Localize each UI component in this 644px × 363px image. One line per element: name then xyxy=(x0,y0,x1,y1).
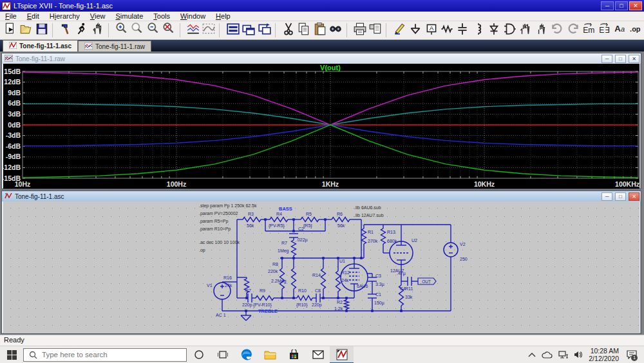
schematic-label: .op xyxy=(199,248,205,253)
mirror-button[interactable]: Em xyxy=(581,23,596,39)
svg-text:6dB: 6dB xyxy=(8,99,21,107)
open-button[interactable] xyxy=(18,23,33,39)
resistor-button[interactable] xyxy=(439,23,455,39)
schematic-label: C3 xyxy=(375,274,381,278)
run-button[interactable] xyxy=(74,23,90,39)
find-icon xyxy=(328,22,343,39)
control-panel-icon xyxy=(59,22,73,39)
taskbar-mail-button[interactable] xyxy=(306,346,330,363)
halt-button[interactable] xyxy=(90,23,105,39)
system-tray: 10:28 AM 2/12/2020 1 xyxy=(528,347,644,362)
waveform-maximize-button[interactable]: □ xyxy=(615,55,626,63)
schematic-label: V1 xyxy=(207,283,213,288)
diode-button[interactable] xyxy=(486,23,502,39)
svg-text:-9dB: -9dB xyxy=(6,153,21,160)
taskbar-search[interactable] xyxy=(23,348,187,362)
tile-vertical-button[interactable] xyxy=(241,23,256,39)
schematic-close-button[interactable]: ✕ xyxy=(629,192,639,201)
autorange-button[interactable] xyxy=(185,23,200,39)
inductor-button[interactable] xyxy=(471,23,486,39)
zoom-full-extents-icon xyxy=(162,22,176,39)
schematic-window-titlebar[interactable]: Tone-fig-11-1.asc ─ □ ✕ xyxy=(2,191,641,201)
tab-tone-fig-11-1.asc[interactable]: Tone-fig-11-1.asc xyxy=(3,40,78,51)
copy-button[interactable] xyxy=(296,23,312,39)
cut-button[interactable] xyxy=(281,23,296,39)
cascade-windows-button[interactable] xyxy=(256,23,272,39)
edge-icon xyxy=(240,349,252,361)
save-button[interactable] xyxy=(34,23,50,39)
taskbar-store-button[interactable] xyxy=(282,346,306,363)
spice-directive-button[interactable]: .op xyxy=(629,23,644,39)
menu-item-hierarchy[interactable]: Hierarchy xyxy=(44,12,85,21)
schematic-label: 1Meg xyxy=(278,248,289,254)
zoom-area-button[interactable] xyxy=(129,23,145,39)
rotate-button[interactable]: E∃ xyxy=(597,23,612,39)
svg-text:a: a xyxy=(621,25,625,33)
control-panel-button[interactable] xyxy=(58,23,73,39)
plot-settings-button[interactable] xyxy=(201,23,216,39)
schematic-label: .47µ xyxy=(397,271,406,276)
tab-tone-fig-11-1.raw[interactable]: Tone-fig-11-1.raw xyxy=(78,41,151,51)
waveform-plot-area[interactable]: 15dB12dB9dB6dB3dB0dB-3dB-6dB-9dB-12dB-15… xyxy=(3,64,639,189)
waveform-minimize-button[interactable]: ─ xyxy=(601,55,612,63)
menu-item-view[interactable]: View xyxy=(85,12,111,21)
zoom-in-button[interactable] xyxy=(114,23,129,39)
schematic-window-icon xyxy=(5,192,12,201)
taskbar-task-view-button[interactable] xyxy=(211,346,234,363)
menu-item-window[interactable]: Window xyxy=(175,12,211,21)
taskbar-file-explorer-button[interactable] xyxy=(258,346,282,363)
menu-item-help[interactable]: Help xyxy=(211,12,236,21)
schematic-label: {PV-R10} xyxy=(253,302,272,308)
save-icon xyxy=(35,22,49,39)
plot-settings-icon xyxy=(202,22,216,39)
paste-button[interactable] xyxy=(312,23,328,39)
move-button[interactable] xyxy=(518,23,533,39)
ground-button[interactable] xyxy=(408,23,423,39)
taskbar-edge-button[interactable] xyxy=(234,346,258,363)
start-button[interactable] xyxy=(0,346,23,363)
menu-item-tools[interactable]: Tools xyxy=(148,12,175,21)
menu-item-file[interactable]: File xyxy=(0,12,22,21)
menu-item-simulate[interactable]: Simulate xyxy=(110,12,148,21)
maximize-button[interactable]: □ xyxy=(615,1,628,10)
zoom-out-button[interactable] xyxy=(146,23,161,39)
new-schematic-button[interactable] xyxy=(3,23,18,39)
close-button[interactable]: ✕ xyxy=(629,1,642,10)
zoom-full-extents-button[interactable] xyxy=(161,23,176,39)
volume-icon[interactable] xyxy=(574,351,583,358)
tray-expand-chevron-icon[interactable] xyxy=(528,352,536,357)
network-icon[interactable] xyxy=(558,351,568,358)
schematic-minimize-button[interactable]: ─ xyxy=(601,192,612,201)
schematic-label: R3 xyxy=(248,212,254,216)
print-button[interactable] xyxy=(352,23,367,39)
schematic-label: {PV-R5} xyxy=(269,223,285,228)
schematic-label: 220p xyxy=(242,302,252,308)
search-input[interactable] xyxy=(42,351,171,358)
tile-horizontal-button[interactable] xyxy=(225,23,240,39)
label-net-button[interactable]: A xyxy=(423,23,439,39)
redo-button[interactable] xyxy=(565,23,581,39)
svg-text:A: A xyxy=(615,24,621,33)
drag-button[interactable] xyxy=(534,23,549,39)
taskbar-clock[interactable]: 10:28 AM 2/12/2020 xyxy=(589,347,619,362)
wire-button[interactable] xyxy=(392,23,407,39)
menu-item-edit[interactable]: Edit xyxy=(22,12,44,21)
text-icon: Aa xyxy=(613,22,627,39)
waveform-close-button[interactable]: ✕ xyxy=(629,55,639,63)
capacitor-button[interactable] xyxy=(455,23,470,39)
action-center-button[interactable]: 1 xyxy=(625,348,639,362)
onedrive-cloud-icon[interactable] xyxy=(542,351,553,358)
text-button[interactable]: Aa xyxy=(612,23,628,39)
taskbar-cortana-button[interactable] xyxy=(187,346,211,363)
waveform-window-titlebar[interactable]: Tone-fig-11-1.raw ─ □ ✕ xyxy=(2,53,641,64)
undo-button[interactable] xyxy=(549,23,565,39)
schematic-maximize-button[interactable]: □ xyxy=(615,192,626,201)
print-preview-button[interactable] xyxy=(368,23,383,39)
taskbar-ltspice-button[interactable] xyxy=(330,346,354,363)
schematic-label: U1 xyxy=(339,259,345,263)
minimize-button[interactable]: ─ xyxy=(601,1,614,10)
component-button[interactable] xyxy=(502,23,518,39)
find-button[interactable] xyxy=(328,23,343,39)
schematic-canvas[interactable]: .step param Pp 1 250k 62.5k.param PV=250… xyxy=(3,201,639,333)
schematic-label: .param R10=Pp xyxy=(199,227,231,232)
